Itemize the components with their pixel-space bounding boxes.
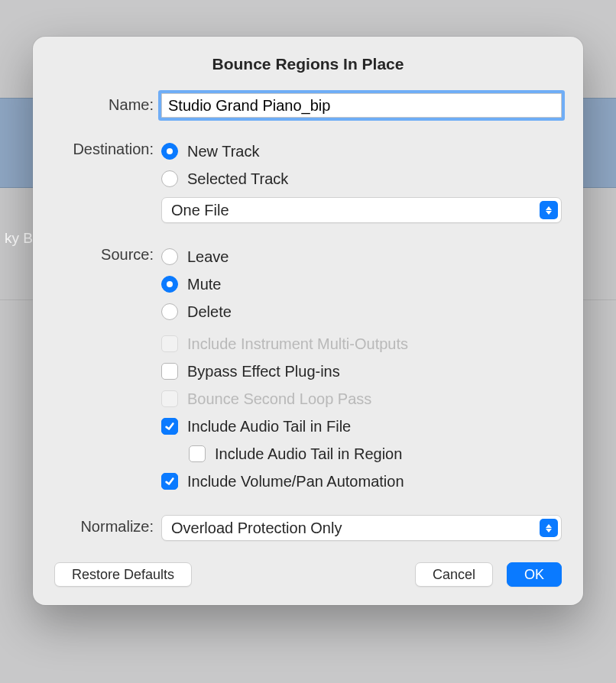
radio-label: Mute (187, 276, 221, 293)
check-include-tail-file[interactable]: Include Audio Tail in File (161, 413, 562, 440)
radio-icon (161, 303, 178, 320)
checkbox-icon (161, 418, 178, 435)
check-bypass-effects[interactable]: Bypass Effect Plug-ins (161, 358, 562, 385)
check-include-vol-pan[interactable]: Include Volume/Pan Automation (161, 468, 562, 495)
radio-label: Selected Track (187, 170, 288, 188)
button-label: Restore Defaults (72, 567, 174, 583)
normalize-select[interactable]: Overload Protection Only (161, 515, 562, 541)
name-input[interactable] (161, 93, 562, 118)
check-label: Include Instrument Multi-Outputs (187, 335, 408, 353)
radio-icon (161, 248, 178, 265)
button-label: OK (524, 567, 544, 583)
select-value: Overload Protection Only (171, 520, 540, 537)
check-label: Bounce Second Loop Pass (187, 390, 371, 408)
source-mute[interactable]: Mute (161, 270, 562, 298)
radio-label: Leave (187, 248, 229, 266)
check-label: Include Audio Tail in Region (215, 445, 402, 463)
ok-button[interactable]: OK (507, 562, 562, 587)
cancel-button[interactable]: Cancel (415, 562, 493, 587)
checkbox-icon (189, 445, 206, 462)
check-bounce-second-loop: Bounce Second Loop Pass (161, 385, 562, 413)
radio-icon (161, 170, 178, 187)
check-include-multi-outputs: Include Instrument Multi-Outputs (161, 330, 562, 358)
normalize-label: Normalize: (54, 515, 161, 536)
bounce-dialog: Bounce Regions In Place Name: Destinatio… (33, 37, 583, 605)
checkbox-icon (161, 363, 178, 380)
destination-label: Destination: (54, 138, 161, 158)
checkbox-icon (161, 335, 178, 352)
destination-row: Destination: New Track Selected Track On… (54, 138, 562, 223)
radio-label: Delete (187, 303, 232, 321)
radio-icon (161, 276, 178, 293)
check-label: Include Volume/Pan Automation (187, 473, 404, 490)
checkbox-icon (161, 473, 178, 490)
dialog-footer: Restore Defaults Cancel OK (54, 562, 562, 587)
dialog-title: Bounce Regions In Place (54, 55, 562, 73)
checkbox-icon (161, 390, 178, 407)
name-label: Name: (54, 93, 161, 114)
updown-icon (540, 201, 558, 219)
normalize-row: Normalize: Overload Protection Only (54, 515, 562, 541)
check-include-tail-region[interactable]: Include Audio Tail in Region (161, 440, 562, 468)
select-value: One File (171, 202, 540, 219)
destination-new-track[interactable]: New Track (161, 138, 562, 165)
check-label: Bypass Effect Plug-ins (187, 363, 340, 380)
source-leave[interactable]: Leave (161, 243, 562, 270)
radio-label: New Track (187, 143, 259, 160)
background-track-label: ky B (5, 230, 33, 247)
check-label: Include Audio Tail in File (187, 418, 351, 435)
source-row: Source: Leave Mute Delete Include Instru… (54, 243, 562, 495)
source-delete[interactable]: Delete (161, 298, 562, 325)
file-mode-select[interactable]: One File (161, 197, 562, 223)
updown-icon (540, 519, 558, 537)
name-row: Name: (54, 93, 562, 118)
restore-defaults-button[interactable]: Restore Defaults (54, 562, 192, 587)
radio-icon (161, 143, 178, 160)
source-label: Source: (54, 243, 161, 264)
destination-selected-track[interactable]: Selected Track (161, 165, 562, 193)
button-label: Cancel (433, 567, 475, 583)
